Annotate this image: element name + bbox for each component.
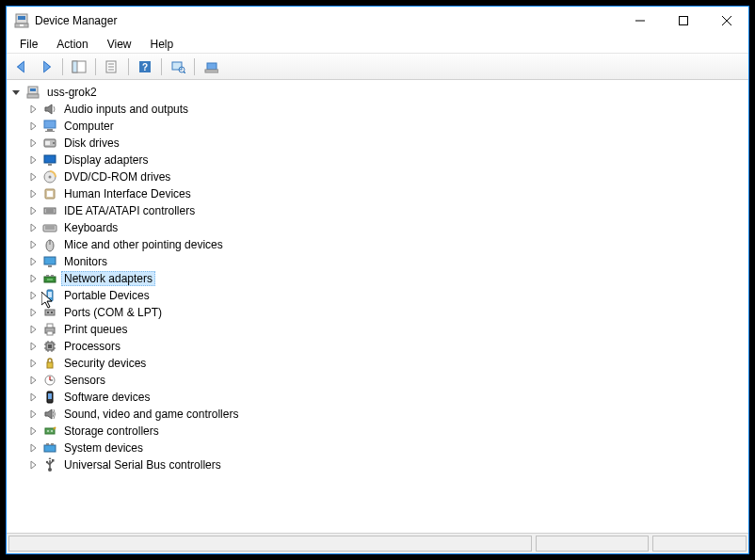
statusbar xyxy=(7,533,748,553)
system-icon xyxy=(42,440,57,456)
expander-icon[interactable] xyxy=(27,307,39,318)
tree-category[interactable]: Storage controllers xyxy=(25,423,747,440)
tree-category[interactable]: DVD/CD-ROM drives xyxy=(25,168,747,185)
tree-category-label[interactable]: Disk drives xyxy=(61,136,122,150)
tree-category[interactable]: Portable Devices xyxy=(25,287,747,304)
forward-button[interactable] xyxy=(35,56,57,77)
tree-category-label[interactable]: Print queues xyxy=(61,323,130,336)
tree-category[interactable]: Universal Serial Bus controllers xyxy=(25,456,747,473)
tree-category[interactable]: Display adapters xyxy=(25,152,747,168)
svg-rect-79 xyxy=(51,443,54,445)
tree-category[interactable]: Monitors xyxy=(25,253,747,270)
computer-icon xyxy=(25,85,40,100)
expander-icon[interactable] xyxy=(27,171,39,183)
tree-category[interactable]: Software devices xyxy=(25,389,747,406)
expander-icon[interactable] xyxy=(27,358,39,369)
tree-category-label[interactable]: System devices xyxy=(61,441,146,455)
expander-icon[interactable] xyxy=(27,239,39,250)
expander-icon[interactable] xyxy=(10,87,22,98)
tree-category[interactable]: Human Interface Devices xyxy=(25,185,747,202)
expander-icon[interactable] xyxy=(27,324,39,335)
tree-category[interactable]: Ports (COM & LPT) xyxy=(25,304,747,321)
expander-icon[interactable] xyxy=(27,104,39,115)
tree-category[interactable]: Audio inputs and outputs xyxy=(25,101,747,118)
tree-category[interactable]: Computer xyxy=(25,118,747,135)
tree-category[interactable]: Disk drives xyxy=(25,135,747,152)
back-button[interactable] xyxy=(10,56,33,77)
tree-category-label[interactable]: Processors xyxy=(61,340,123,353)
tree-root-label[interactable]: uss-grok2 xyxy=(44,86,100,99)
tree-root-node[interactable]: uss-grok2 xyxy=(8,84,747,101)
tree-category-label[interactable]: Network adapters xyxy=(61,271,155,286)
storage-icon xyxy=(42,424,57,439)
tree-category-label[interactable]: IDE ATA/ATAPI controllers xyxy=(61,204,198,217)
tree-category-label[interactable]: Portable Devices xyxy=(61,289,153,302)
expander-icon[interactable] xyxy=(27,205,39,216)
expander-icon[interactable] xyxy=(27,256,39,267)
svg-rect-51 xyxy=(48,292,52,297)
expander-icon[interactable] xyxy=(27,341,39,352)
toolbar: ? xyxy=(7,54,748,80)
menu-action[interactable]: Action xyxy=(49,37,95,52)
tree-category-label[interactable]: Display adapters xyxy=(61,153,151,167)
tree-category-label[interactable]: Storage controllers xyxy=(61,424,162,438)
scan-hardware-button[interactable] xyxy=(167,56,189,77)
tree-category-label[interactable]: Audio inputs and outputs xyxy=(61,103,191,116)
expander-icon[interactable] xyxy=(27,188,39,200)
tree-category-label[interactable]: Human Interface Devices xyxy=(61,187,194,200)
svg-rect-52 xyxy=(45,310,55,315)
help-button[interactable]: ? xyxy=(134,56,156,77)
expander-icon[interactable] xyxy=(27,154,39,166)
tree-content[interactable]: uss-grok2Audio inputs and outputsCompute… xyxy=(7,80,748,533)
toolbar-separator xyxy=(95,58,96,75)
expander-icon[interactable] xyxy=(27,425,39,437)
tree-category-label[interactable]: Ports (COM & LPT) xyxy=(61,306,165,319)
expander-icon[interactable] xyxy=(27,137,39,149)
tree-category-label[interactable]: Security devices xyxy=(61,357,149,370)
toolbar-separator xyxy=(128,58,129,75)
properties-button[interactable] xyxy=(101,56,123,77)
tree-category-label[interactable]: Sound, video and game controllers xyxy=(61,408,241,421)
svg-point-75 xyxy=(47,430,49,432)
expander-icon[interactable] xyxy=(27,442,39,454)
menu-file[interactable]: File xyxy=(12,37,45,52)
svg-rect-19 xyxy=(207,63,217,70)
expander-icon[interactable] xyxy=(27,273,39,284)
tree-category[interactable]: Print queues xyxy=(25,321,747,338)
tree-category[interactable]: Mice and other pointing devices xyxy=(25,236,747,253)
expander-icon[interactable] xyxy=(27,120,39,132)
tree-category-label[interactable]: Sensors xyxy=(61,374,108,387)
svg-rect-48 xyxy=(51,275,54,277)
add-legacy-hardware-button[interactable] xyxy=(200,56,222,77)
close-button[interactable] xyxy=(705,7,748,35)
show-hide-tree-button[interactable] xyxy=(68,56,90,77)
minimize-button[interactable] xyxy=(618,7,662,35)
expander-icon[interactable] xyxy=(27,459,39,471)
tree-category[interactable]: Network adapters xyxy=(25,270,747,287)
svg-rect-16 xyxy=(172,62,182,70)
maximize-button[interactable] xyxy=(662,7,705,35)
tree-category[interactable]: System devices xyxy=(25,440,747,456)
display-icon xyxy=(42,152,57,168)
tree-category[interactable]: IDE ATA/ATAPI controllers xyxy=(25,202,747,219)
tree-category-label[interactable]: Computer xyxy=(61,120,117,133)
tree-category[interactable]: Sound, video and game controllers xyxy=(25,406,747,423)
tree-category-label[interactable]: Mice and other pointing devices xyxy=(61,238,226,251)
tree-category[interactable]: Sensors xyxy=(25,372,747,389)
expander-icon[interactable] xyxy=(27,290,39,301)
tree-category[interactable]: Security devices xyxy=(25,355,747,372)
expander-icon[interactable] xyxy=(27,392,39,403)
tree-category[interactable]: Processors xyxy=(25,338,747,355)
expander-icon[interactable] xyxy=(27,408,39,420)
tree-category-label[interactable]: DVD/CD-ROM drives xyxy=(61,170,173,184)
menu-help[interactable]: Help xyxy=(143,37,182,52)
tree-category-label[interactable]: Universal Serial Bus controllers xyxy=(61,458,224,472)
tree-category-label[interactable]: Software devices xyxy=(61,391,153,404)
tree-category[interactable]: Keyboards xyxy=(25,219,747,236)
expander-icon[interactable] xyxy=(27,222,39,233)
titlebar[interactable]: Device Manager xyxy=(7,7,748,35)
tree-category-label[interactable]: Keyboards xyxy=(61,221,120,234)
tree-category-label[interactable]: Monitors xyxy=(61,255,110,268)
menu-view[interactable]: View xyxy=(100,37,139,52)
expander-icon[interactable] xyxy=(27,375,39,386)
